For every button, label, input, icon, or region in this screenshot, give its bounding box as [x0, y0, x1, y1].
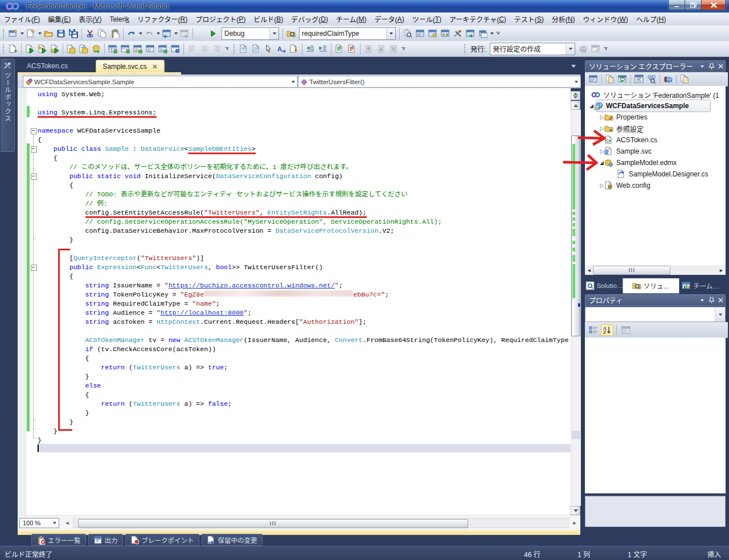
minimize-button[interactable]	[669, 0, 685, 10]
execute-selection-button[interactable]	[36, 43, 48, 55]
toolbar-overflow-icon[interactable]	[400, 43, 407, 55]
bottom-tab-3[interactable]: 保留中の変更	[202, 534, 263, 546]
decrease-indent-button[interactable]	[304, 43, 317, 55]
add-item-button[interactable]	[24, 27, 37, 40]
show-all-files-button[interactable]	[604, 73, 616, 85]
menu-item-h[interactable]: ヘルプ(H)	[632, 13, 670, 26]
new-query-button[interactable]	[7, 43, 19, 55]
collapse-region-button[interactable]	[31, 174, 37, 180]
collapse-region-button[interactable]	[31, 265, 37, 271]
new-project-button[interactable]	[7, 27, 19, 40]
database-sync-button[interactable]	[90, 43, 103, 55]
properties-window-button[interactable]	[414, 27, 427, 40]
auto-hide-pin-icon[interactable]	[707, 295, 716, 306]
menu-item-a[interactable]: データ(A)	[371, 13, 408, 26]
select-pointer-button[interactable]	[263, 43, 275, 55]
database-report-button[interactable]	[157, 43, 169, 55]
toolbox-window-button[interactable]	[452, 27, 464, 40]
window-position-icon[interactable]	[698, 295, 707, 306]
convert-case-button[interactable]: A	[275, 43, 288, 55]
redo-button[interactable]	[143, 27, 155, 40]
bottom-tab-1[interactable]: 出力	[88, 534, 123, 546]
menu-item-r[interactable]: リファクター(R)	[133, 13, 191, 26]
dropdown-caret-icon[interactable]	[155, 27, 161, 40]
type-dropdown[interactable]: WCFDataServicesSample.Sample	[23, 76, 298, 88]
database-view-button[interactable]	[119, 43, 132, 55]
tree-item-wcfdataservicessample[interactable]: C#WCFDataServicesSample	[585, 100, 726, 112]
format-selection-button[interactable]	[250, 43, 263, 55]
tree-horizontal-scrollbar[interactable]: ◄ ►	[585, 265, 726, 275]
chevron-down-icon[interactable]	[566, 43, 575, 55]
other-windows-button[interactable]	[477, 27, 489, 40]
collapse-region-button[interactable]	[31, 128, 37, 134]
schema-compare-button[interactable]	[77, 43, 90, 55]
cut-button[interactable]	[84, 27, 96, 40]
uncomment-selection-button[interactable]	[346, 43, 358, 55]
format-document-button[interactable]	[237, 43, 250, 55]
alphabetical-button[interactable]: AZ	[601, 324, 613, 336]
dropdown-caret-icon[interactable]	[37, 27, 42, 40]
object-browser-button[interactable]	[427, 27, 439, 40]
menu-item-w[interactable]: ウィンドウ(W)	[579, 13, 632, 26]
increase-indent-button[interactable]	[317, 43, 329, 55]
toolbox-autohide-tab[interactable]: ツールボックス	[1, 59, 15, 152]
copy-web-site-button[interactable]	[678, 73, 691, 85]
tree-item-properties[interactable]: Properties	[585, 112, 726, 123]
comment-selection-button[interactable]	[333, 43, 346, 55]
tree-scroll-thumb[interactable]	[593, 266, 670, 275]
dropdown-caret-icon[interactable]	[19, 27, 24, 40]
save-all-button[interactable]	[67, 27, 80, 40]
toolbar-overflow-icon[interactable]	[224, 43, 230, 55]
refresh-button[interactable]	[616, 73, 629, 85]
next-bookmark-button[interactable]	[375, 43, 387, 55]
undo-button[interactable]	[125, 27, 138, 40]
tool-tab-0[interactable]: Solutio…	[586, 278, 622, 293]
bottom-tab-0[interactable]: エラー一覧	[31, 534, 86, 546]
scroll-right-icon[interactable]: ►	[718, 266, 725, 274]
menu-item-t[interactable]: ツール(T)	[408, 13, 445, 26]
tab-sample-svc-cs[interactable]: Sample.svc.cs ×	[96, 60, 165, 73]
categorized-button[interactable]	[587, 324, 600, 336]
scroll-left-icon[interactable]: ◄	[63, 518, 72, 528]
open-file-button[interactable]	[42, 27, 55, 40]
chevron-down-icon[interactable]	[386, 28, 395, 39]
expand-icon[interactable]	[599, 183, 604, 188]
align-left-button[interactable]	[186, 43, 198, 55]
start-page-button[interactable]	[464, 27, 477, 40]
tool-tab-2[interactable]: チーム…	[680, 278, 721, 293]
close-panel-icon[interactable]	[716, 61, 725, 72]
align-right-button[interactable]	[211, 43, 223, 55]
properties-grid[interactable]	[585, 337, 726, 493]
window-position-icon[interactable]	[698, 61, 707, 72]
expand-icon[interactable]	[599, 115, 604, 120]
toolbar-overflow-icon[interactable]	[603, 43, 609, 55]
close-panel-icon[interactable]	[716, 295, 725, 306]
chevron-down-icon[interactable]	[269, 28, 279, 39]
menu-item-s[interactable]: テスト(S)	[510, 13, 548, 26]
previous-bookmark-button[interactable]	[362, 43, 375, 55]
scroll-down-icon[interactable]	[571, 506, 580, 515]
tool-tab-1[interactable]: ソリュ…	[622, 278, 679, 294]
debug-configuration-combo[interactable]: Debug	[222, 27, 279, 40]
web-admin-button[interactable]	[662, 73, 674, 85]
bottom-tab-2[interactable]: ブレークポイント	[125, 534, 199, 546]
horizontal-scroll-track[interactable]	[73, 518, 569, 528]
dropdown-caret-icon[interactable]	[138, 27, 143, 40]
view-class-diagram-button[interactable]	[645, 73, 658, 85]
save-button[interactable]	[55, 27, 67, 40]
restore-button[interactable]	[685, 0, 702, 10]
database-table-button[interactable]	[107, 43, 119, 55]
zoom-combo[interactable]: 100 %	[19, 518, 59, 528]
close-tab-icon[interactable]: ×	[152, 63, 158, 71]
horizontal-scroll-thumb[interactable]	[78, 519, 468, 528]
dropdown-caret-icon[interactable]	[489, 27, 494, 40]
properties-object-combo[interactable]	[585, 307, 726, 322]
scroll-left-icon[interactable]: ◄	[585, 266, 593, 274]
database-list-button[interactable]	[132, 43, 144, 55]
publish-web-button[interactable]	[577, 43, 589, 55]
member-dropdown[interactable]: TwitterUsersFilter()	[298, 76, 581, 88]
menu-item-f[interactable]: ファイル(F)	[0, 13, 44, 26]
scroll-right-icon[interactable]: ►	[570, 518, 579, 528]
copy-button[interactable]	[96, 27, 109, 40]
team-explorer-window-button[interactable]	[439, 27, 452, 40]
